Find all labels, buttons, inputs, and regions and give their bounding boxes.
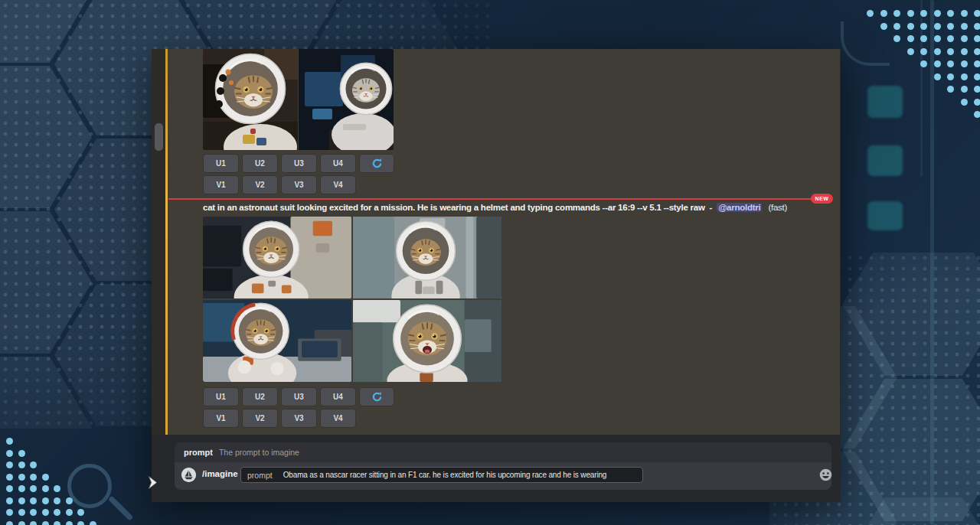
u1-button[interactable]: U1 (204, 388, 238, 406)
generated-image-2-bottom-left[interactable] (203, 300, 351, 382)
v2-button[interactable]: V2 (243, 176, 277, 194)
separator: - (710, 203, 713, 212)
screenshot-stage: U1 U2 U3 U4 V1 V2 V3 V4 NEW cat in an as… (0, 0, 980, 525)
v3-button[interactable]: V3 (282, 409, 316, 427)
generated-image-2-top-right[interactable] (353, 217, 501, 298)
option-name: prompt (184, 448, 213, 457)
slash-option-autocomplete[interactable]: prompt The prompt to imagine (175, 442, 831, 462)
v1-button[interactable]: V1 (204, 409, 238, 427)
u4-button[interactable]: U4 (321, 388, 355, 406)
variation-button-row-2: V1 V2 V3 V4 (204, 409, 355, 427)
v3-button[interactable]: V3 (282, 176, 316, 194)
sailboat-icon (181, 468, 196, 482)
prompt-option-label: prompt (247, 471, 273, 480)
refresh-icon (371, 158, 383, 169)
hexagon-decoration (842, 379, 980, 521)
u2-button[interactable]: U2 (243, 388, 277, 406)
u2-button[interactable]: U2 (243, 155, 277, 172)
u4-button[interactable]: U4 (321, 155, 355, 172)
new-messages-divider (168, 198, 812, 200)
prompt-text: cat in an astronaut suit looking excited… (203, 203, 705, 212)
variation-button-row-1: V1 V2 V3 V4 (204, 176, 355, 194)
generated-image-1-right[interactable] (299, 49, 394, 150)
prompt-input-field[interactable]: prompt Obama as a nascar racer sitting i… (240, 467, 643, 483)
v4-button[interactable]: V4 (321, 176, 355, 194)
prompt-message-text: cat in an astronaut suit looking excited… (203, 203, 823, 215)
smiley-icon (818, 468, 833, 482)
generated-image-2-top-left[interactable] (203, 217, 351, 298)
option-description: The prompt to imagine (219, 448, 299, 457)
upscale-button-row-2: U1 U2 U3 U4 (204, 388, 394, 406)
hexagon-decoration (842, 233, 980, 376)
midjourney-bot-avatar (181, 468, 196, 482)
user-mention[interactable]: @arnoldtri (717, 203, 762, 212)
u3-button[interactable]: U3 (282, 155, 316, 172)
hexagon-decoration (0, 211, 92, 354)
scrollbar-thumb[interactable] (155, 123, 163, 151)
prompt-input-value: Obama as a nascar racer sitting in an F1… (283, 471, 607, 479)
v4-button[interactable]: V4 (321, 409, 355, 427)
image-grid-message-1 (203, 49, 394, 150)
u1-button[interactable]: U1 (204, 155, 238, 172)
teal-square-decoration (867, 145, 903, 176)
generated-image-2-bottom-right[interactable] (353, 300, 501, 382)
circuit-line-decoration (930, 0, 934, 525)
u3-button[interactable]: U3 (282, 388, 316, 406)
magnifier-handle-decoration (108, 496, 133, 521)
hexagon-decoration (0, 66, 92, 208)
teal-square-decoration (867, 86, 903, 118)
magnifier-outline-decoration (67, 464, 112, 508)
hexagon-decoration (842, 497, 980, 525)
reroll-button[interactable] (360, 155, 394, 172)
generated-image-1-left[interactable] (203, 49, 298, 150)
reroll-button[interactable] (360, 388, 394, 406)
v1-button[interactable]: V1 (204, 176, 238, 194)
upscale-button-row-1: U1 U2 U3 U4 (204, 155, 394, 172)
imagine-command-label: /imagine (202, 469, 238, 478)
hexagon-decoration (0, 0, 92, 63)
image-grid-message-2 (203, 217, 501, 382)
teal-square-decoration (867, 201, 903, 230)
emoji-picker-button[interactable] (818, 468, 833, 482)
v2-button[interactable]: V2 (243, 409, 277, 427)
mouse-cursor (146, 474, 159, 494)
unread-marker-line (165, 49, 168, 435)
refresh-icon (371, 391, 383, 403)
fast-mode-label: (fast) (768, 203, 787, 212)
